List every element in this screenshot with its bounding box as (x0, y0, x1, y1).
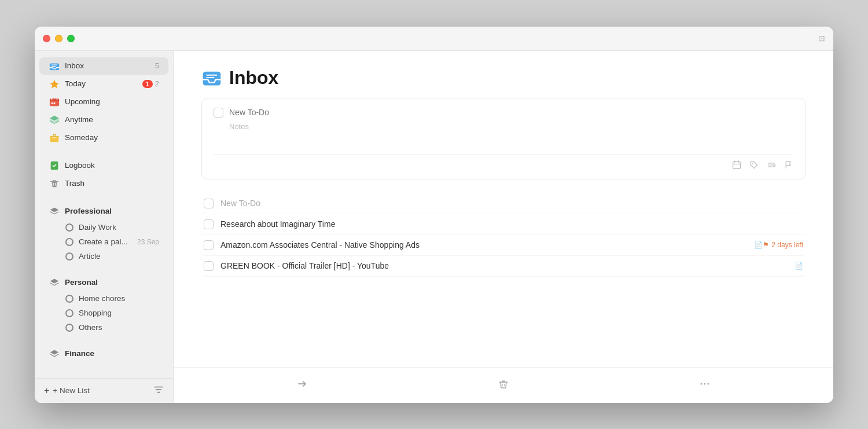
table-row[interactable]: Amazon.com Associates Central - Native S… (201, 235, 806, 256)
card-tool-flag[interactable] (784, 160, 793, 170)
page-title: Inbox (201, 67, 806, 89)
todo-checkbox-greenbook[interactable] (204, 261, 214, 271)
panel-footer (174, 367, 833, 403)
main-panel: Inbox Notes (174, 51, 833, 403)
star-icon (49, 78, 60, 90)
svg-rect-3 (50, 98, 59, 101)
more-button[interactable] (693, 375, 716, 396)
section-professional-label: Professional (65, 207, 112, 215)
svg-rect-7 (54, 102, 56, 104)
link-icon-greenbook: 📄 (795, 262, 803, 270)
new-todo-checkbox[interactable] (214, 108, 223, 118)
section-personal-label: Personal (65, 278, 98, 287)
sidebar-item-trash[interactable]: Trash (39, 175, 168, 192)
sidebar-item-home-chores-label: Home chores (79, 294, 125, 303)
table-row[interactable]: GREEN BOOK - Official Trailer [HD] - You… (201, 256, 806, 277)
delete-button[interactable] (492, 375, 515, 396)
article-icon (65, 252, 74, 261)
sidebar-item-today[interactable]: Today 1 2 (39, 75, 168, 93)
new-todo-top (214, 108, 793, 118)
section-header-professional[interactable]: Professional (39, 203, 168, 219)
page-title-text: Inbox (229, 67, 278, 89)
box-icon (49, 132, 60, 144)
todo-badge-amazon-text: 2 days left (771, 241, 803, 249)
shopping-icon (65, 309, 74, 318)
new-list-plus-icon: + (44, 386, 49, 396)
table-row[interactable]: New To-Do (201, 193, 806, 214)
todo-checkbox-amazon[interactable] (204, 240, 214, 250)
sidebar-item-daily-work[interactable]: Daily Work (39, 221, 168, 234)
link-icon-amazon: 📄 (754, 241, 763, 249)
sidebar-item-anytime-label: Anytime (65, 115, 159, 124)
section-header-finance[interactable]: Finance (39, 346, 168, 362)
todo-badge-amazon: ⚑ 2 days left (763, 241, 803, 249)
section-professional-icon (49, 206, 60, 217)
sidebar-item-create-a-pai[interactable]: Create a pai... 23 Sep (39, 235, 168, 249)
todo-notes-placeholder: Notes (214, 122, 793, 131)
sidebar-item-today-label: Today (65, 79, 142, 88)
todo-row-label-research: Research about Imaginary Time (220, 219, 803, 229)
sidebar-item-upcoming[interactable]: Upcoming (39, 93, 168, 111)
create-pai-icon (65, 237, 74, 247)
fullscreen-button[interactable] (67, 35, 75, 42)
section-finance-icon (49, 348, 60, 360)
filter-icon[interactable] (153, 384, 164, 397)
panel-body: Notes (174, 98, 833, 367)
app-window: ⊡ Inbox 5 (35, 27, 833, 403)
svg-marker-1 (50, 79, 58, 88)
sidebar-item-logbook[interactable]: Logbook (39, 157, 168, 174)
todo-checkbox-new[interactable] (204, 199, 214, 208)
card-toolbar (214, 154, 793, 170)
section-finance-label: Finance (65, 349, 94, 358)
minimize-button[interactable] (55, 35, 62, 42)
new-todo-input[interactable] (229, 108, 793, 117)
card-tool-tag[interactable] (749, 160, 759, 170)
sidebar-item-inbox-label: Inbox (65, 61, 155, 70)
svg-point-20 (752, 163, 753, 164)
daily-work-icon (65, 223, 74, 232)
main-content: Inbox 5 Today 1 2 (35, 51, 833, 403)
sidebar: Inbox 5 Today 1 2 (35, 51, 174, 403)
todo-row-label-new: New To-Do (220, 199, 803, 208)
flag-icon-amazon: ⚑ (763, 241, 769, 249)
sidebar-item-inbox[interactable]: Inbox 5 (39, 57, 168, 75)
logbook-icon (49, 160, 60, 171)
sidebar-footer: + + New List (35, 378, 173, 403)
card-tool-calendar[interactable] (732, 160, 741, 170)
sidebar-item-someday-label: Someday (65, 133, 159, 142)
svg-point-27 (704, 383, 706, 384)
sidebar-item-create-pai-label: Create a pai... (79, 237, 128, 246)
inbox-title-icon (201, 67, 222, 88)
todo-row-label-greenbook: GREEN BOOK - Official Trailer [HD] - You… (220, 261, 791, 270)
sidebar-item-home-chores[interactable]: Home chores (39, 292, 168, 306)
titlebar: ⊡ (35, 27, 833, 51)
sidebar-item-trash-label: Trash (65, 179, 159, 188)
new-list-button[interactable]: + + New List (44, 386, 90, 396)
svg-point-28 (708, 383, 709, 384)
sidebar-item-anytime[interactable]: Anytime (39, 111, 168, 129)
card-tool-checklist[interactable] (767, 160, 776, 170)
sidebar-item-others[interactable]: Others (39, 321, 168, 335)
others-icon (65, 323, 74, 332)
panel-header: Inbox (174, 51, 833, 98)
sidebar-item-today-badge: 1 (142, 80, 153, 88)
move-button[interactable] (290, 375, 314, 396)
svg-point-26 (701, 383, 703, 384)
new-todo-card: Notes (201, 98, 806, 179)
section-header-personal[interactable]: Personal (39, 274, 168, 291)
close-button[interactable] (43, 35, 50, 42)
sidebar-item-logbook-label: Logbook (65, 161, 159, 170)
sidebar-item-someday[interactable]: Someday (39, 129, 168, 146)
todo-checkbox-research[interactable] (204, 219, 214, 229)
sidebar-item-shopping[interactable]: Shopping (39, 306, 168, 320)
table-row[interactable]: Research about Imaginary Time (201, 214, 806, 235)
sidebar-item-shopping-label: Shopping (79, 309, 112, 317)
sidebar-item-article-label: Article (79, 252, 101, 261)
todo-list: New To-Do Research about Imaginary Time … (201, 193, 806, 277)
create-pai-date: 23 Sep (137, 238, 159, 246)
sidebar-item-article[interactable]: Article (39, 250, 168, 263)
window-action-icon[interactable]: ⊡ (818, 34, 825, 43)
todo-row-label-amazon: Amazon.com Associates Central - Native S… (220, 240, 751, 250)
trash-icon (49, 178, 60, 189)
sidebar-item-daily-work-label: Daily Work (79, 223, 116, 232)
